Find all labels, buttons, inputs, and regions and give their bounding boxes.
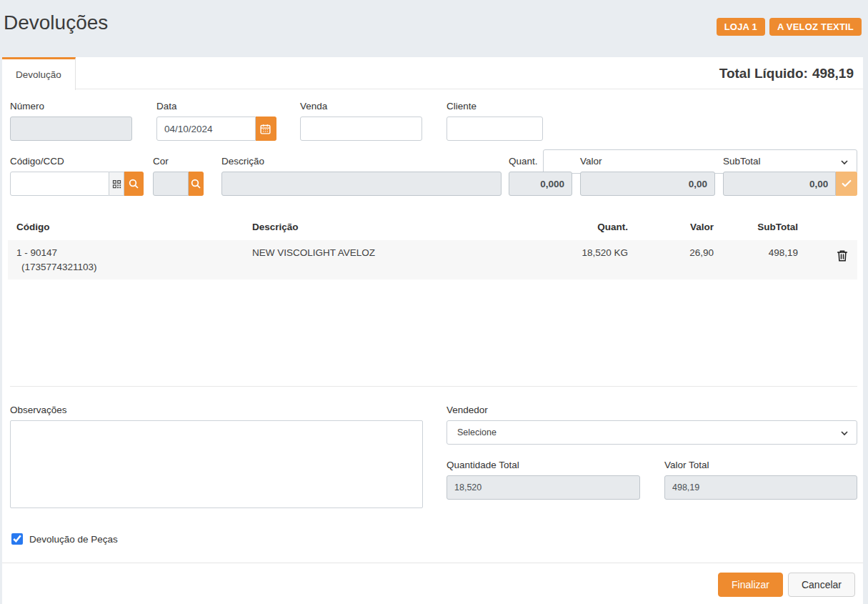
cell-valor: 26,90: [637, 240, 722, 279]
items-table-header: Código Descrição Quant. Valor SubTotal: [8, 213, 857, 240]
devolucao-pecas-row: Devolução de Peças: [11, 533, 118, 545]
valor-total-input: [664, 475, 857, 500]
col-actions: [807, 213, 857, 240]
tab-bar: Devolução Total Líquido: 498,19: [2, 57, 863, 89]
cor-input: [153, 172, 189, 196]
vendedor-select-value: Selecione: [457, 427, 497, 437]
numero-label: Número: [10, 101, 132, 112]
valor-field: Valor: [580, 156, 715, 196]
quant-label: Quant.: [509, 156, 572, 167]
page-header: Devoluções LOJA 1 A VELOZ TEXTIL: [0, 0, 868, 57]
cor-label: Cor: [153, 156, 204, 167]
col-descricao: Descrição: [244, 213, 522, 240]
search-icon: [128, 178, 139, 189]
subtotal-input: [723, 172, 836, 196]
codigo-ccd-field: Código/CCD: [10, 156, 144, 196]
codigo-search-button[interactable]: [124, 172, 144, 196]
cliente-code-input[interactable]: [447, 117, 543, 141]
quantidade-total-label: Quantidade Total: [447, 460, 640, 470]
quant-field: Quant.: [509, 156, 572, 196]
numero-field: Número: [10, 101, 132, 141]
numero-input: [10, 117, 132, 141]
col-quant: Quant.: [522, 213, 637, 240]
vendedor-select[interactable]: Selecione: [447, 420, 857, 445]
delete-item-button[interactable]: [836, 249, 849, 264]
calendar-button[interactable]: [256, 117, 276, 141]
venda-input[interactable]: [300, 117, 422, 141]
venda-field: Venda: [300, 101, 422, 141]
item-codigo: 1 - 90147: [16, 247, 57, 258]
cliente-label: Cliente: [447, 101, 543, 112]
data-label: Data: [156, 101, 276, 112]
venda-label: Venda: [300, 101, 422, 112]
cor-search-button[interactable]: [189, 172, 204, 196]
subtotal-label: SubTotal: [723, 156, 857, 167]
codigo-ccd-input[interactable]: [10, 172, 109, 196]
quantidade-total-input: [447, 475, 640, 500]
observacoes-label: Observações: [10, 405, 423, 415]
valor-label: Valor: [580, 156, 715, 167]
col-codigo: Código: [8, 213, 244, 240]
chevron-down-icon: [839, 427, 850, 441]
quantidade-total-field: Quantidade Total: [447, 460, 640, 500]
section-divider: [10, 386, 857, 387]
vendedor-label: Vendedor: [447, 405, 857, 415]
total-liquido: Total Líquido: 498,19: [719, 57, 854, 89]
confirm-item-button[interactable]: [836, 172, 857, 196]
devolucao-pecas-label: Devolução de Peças: [29, 534, 118, 545]
observacoes-field: Observações: [10, 405, 423, 511]
devolucao-pecas-checkbox[interactable]: [11, 533, 23, 545]
item-barcode: (1735774321103): [16, 262, 235, 272]
vendedor-field: Vendedor Selecione: [447, 405, 857, 445]
descricao-input: [221, 172, 502, 196]
header-badges: LOJA 1 A VELOZ TEXTIL: [717, 18, 862, 36]
valor-input: [580, 172, 715, 196]
tab-devolucao[interactable]: Devolução: [2, 57, 76, 90]
descricao-field: Descrição: [221, 156, 502, 196]
valor-total-label: Valor Total: [664, 460, 857, 470]
page-title: Devoluções: [4, 11, 108, 34]
store-badge[interactable]: LOJA 1: [717, 18, 765, 36]
calendar-icon: [259, 123, 271, 135]
table-row: 1 - 90147 (1735774321103) NEW VISCOLIGHT…: [8, 240, 857, 279]
observacoes-textarea[interactable]: [10, 420, 423, 508]
footer-divider: [2, 563, 863, 563]
col-valor: Valor: [637, 213, 722, 240]
quant-input: [509, 172, 572, 196]
total-liquido-value: 498,19: [812, 66, 854, 81]
cell-subtotal: 498,19: [722, 240, 807, 279]
company-badge[interactable]: A VELOZ TEXTIL: [769, 18, 862, 36]
footer-actions: Finalizar Cancelar: [718, 573, 855, 597]
trash-icon: [836, 249, 849, 262]
devolucao-panel: Devolução Total Líquido: 498,19 Número D…: [2, 57, 863, 604]
cell-codigo: 1 - 90147 (1735774321103): [8, 240, 244, 279]
col-subtotal: SubTotal: [722, 213, 807, 240]
qr-code-icon: [111, 179, 122, 189]
data-input[interactable]: [156, 117, 256, 141]
check-icon: [841, 178, 852, 189]
items-table: Código Descrição Quant. Valor SubTotal 1…: [8, 213, 857, 279]
codigo-ccd-label: Código/CCD: [10, 156, 144, 167]
data-field: Data: [156, 101, 276, 141]
finalizar-button[interactable]: Finalizar: [718, 573, 783, 597]
cancelar-button[interactable]: Cancelar: [788, 573, 855, 597]
cliente-field: Cliente: [447, 101, 543, 141]
subtotal-field: SubTotal: [723, 156, 857, 196]
tab-devolucao-label: Devolução: [16, 69, 61, 80]
total-liquido-label: Total Líquido:: [719, 66, 808, 81]
barcode-scan-button[interactable]: [109, 172, 125, 196]
cell-descricao: NEW VISCOLIGHT AVELOZ: [244, 240, 522, 279]
cor-field: Cor: [153, 156, 204, 196]
valor-total-field: Valor Total: [664, 460, 857, 500]
search-icon: [190, 178, 201, 189]
cell-quant: 18,520 KG: [522, 240, 637, 279]
descricao-label: Descrição: [221, 156, 502, 167]
